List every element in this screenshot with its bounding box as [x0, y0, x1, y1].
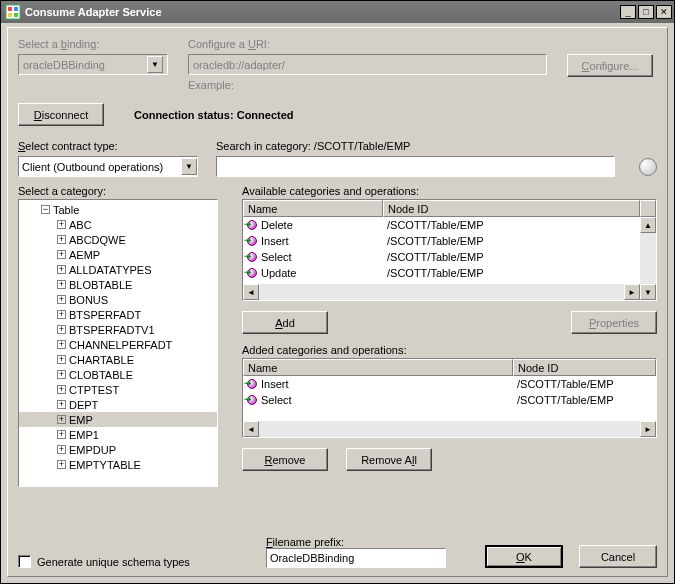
- svg-rect-4: [14, 13, 18, 17]
- binding-select: oracleDBBinding ▼: [18, 54, 168, 75]
- configure-button: Configure...: [567, 54, 653, 77]
- tree-node[interactable]: +BTSPERFADTV1: [19, 322, 217, 337]
- tree-node[interactable]: +DEPT: [19, 397, 217, 412]
- available-listview[interactable]: Name Node ID Delete/SCOTT/Table/EMP Inse…: [242, 199, 657, 301]
- select-category-label: Select a category:: [18, 185, 218, 197]
- chevron-down-icon[interactable]: ▼: [181, 158, 197, 175]
- titlebar: Consume Adapter Service _ □ ✕: [1, 1, 674, 23]
- expand-icon[interactable]: +: [57, 235, 66, 244]
- added-listview[interactable]: Name Node ID Insert/SCOTT/Table/EMP Sele…: [242, 358, 657, 438]
- collapse-icon[interactable]: −: [41, 205, 50, 214]
- column-header-spacer: [640, 200, 656, 217]
- search-go-button[interactable]: [639, 158, 657, 176]
- close-button[interactable]: ✕: [656, 5, 672, 19]
- tree-node[interactable]: +ABC: [19, 217, 217, 232]
- maximize-button[interactable]: □: [638, 5, 654, 19]
- expand-icon[interactable]: +: [57, 220, 66, 229]
- expand-icon[interactable]: +: [57, 340, 66, 349]
- expand-icon[interactable]: +: [57, 460, 66, 469]
- available-ops-label: Available categories and operations:: [242, 185, 657, 197]
- scroll-right-icon[interactable]: ►: [640, 421, 656, 437]
- list-item[interactable]: Delete/SCOTT/Table/EMP: [243, 217, 656, 233]
- tree-node[interactable]: +CHANNELPERFADT: [19, 337, 217, 352]
- column-header-nodeid[interactable]: Node ID: [383, 200, 640, 217]
- tree-node[interactable]: +ALLDATATYPES: [19, 262, 217, 277]
- tree-node-root[interactable]: − Table: [19, 202, 217, 217]
- expand-icon[interactable]: +: [57, 385, 66, 394]
- select-contract-label: Select contract type:: [18, 140, 198, 152]
- contract-select[interactable]: Client (Outbound operations) ▼: [18, 156, 198, 177]
- splitter[interactable]: [228, 185, 232, 487]
- operation-icon: [247, 379, 257, 389]
- tree-node[interactable]: +BTSPERFADT: [19, 307, 217, 322]
- search-in-category-label: Search in category: /SCOTT/Table/EMP: [216, 140, 410, 152]
- scroll-left-icon[interactable]: ◄: [243, 284, 259, 300]
- filename-prefix-input[interactable]: OracleDBBinding: [266, 548, 446, 568]
- expand-icon[interactable]: +: [57, 430, 66, 439]
- configure-uri-label: Configure a URI:: [188, 38, 547, 50]
- remove-all-button[interactable]: Remove All: [346, 448, 432, 471]
- search-input[interactable]: [216, 156, 615, 177]
- uri-input: oracledb://adapter/: [188, 54, 547, 75]
- scroll-right-icon[interactable]: ►: [624, 284, 640, 300]
- tree-node[interactable]: +EMPTYTABLE: [19, 457, 217, 472]
- expand-icon[interactable]: +: [57, 370, 66, 379]
- app-icon: [5, 4, 21, 20]
- expand-icon[interactable]: +: [57, 400, 66, 409]
- category-tree[interactable]: − Table +ABC +ABCDQWE +AEMP +ALLDATATYPE…: [18, 199, 218, 487]
- tree-node[interactable]: +BLOBTABLE: [19, 277, 217, 292]
- expand-icon[interactable]: +: [57, 325, 66, 334]
- scroll-up-icon[interactable]: ▲: [640, 217, 656, 233]
- example-label: Example:: [188, 79, 547, 91]
- scrollbar-horizontal[interactable]: ◄►: [243, 284, 640, 300]
- column-header-nodeid[interactable]: Node ID: [513, 359, 656, 376]
- generate-unique-checkbox[interactable]: [18, 555, 31, 568]
- scrollbar-vertical[interactable]: ▲▼: [640, 217, 656, 300]
- column-header-name[interactable]: Name: [243, 359, 513, 376]
- expand-icon[interactable]: +: [57, 280, 66, 289]
- expand-icon[interactable]: +: [57, 355, 66, 364]
- expand-icon[interactable]: +: [57, 445, 66, 454]
- minimize-button[interactable]: _: [620, 5, 636, 19]
- tree-node[interactable]: +EMP1: [19, 427, 217, 442]
- operation-icon: [247, 395, 257, 405]
- expand-icon[interactable]: +: [57, 310, 66, 319]
- binding-value: oracleDBBinding: [23, 59, 105, 71]
- expand-icon[interactable]: +: [57, 250, 66, 259]
- properties-button: Properties: [571, 311, 657, 334]
- dialog-content: Select a binding: oracleDBBinding ▼ Conf…: [7, 27, 668, 577]
- operation-icon: [247, 220, 257, 230]
- operation-icon: [247, 236, 257, 246]
- tree-node[interactable]: +AEMP: [19, 247, 217, 262]
- expand-icon[interactable]: +: [57, 295, 66, 304]
- list-item[interactable]: Insert/SCOTT/Table/EMP: [243, 376, 656, 392]
- remove-button[interactable]: Remove: [242, 448, 328, 471]
- chevron-down-icon: ▼: [147, 56, 163, 73]
- cancel-button[interactable]: Cancel: [579, 545, 657, 568]
- tree-node[interactable]: +CTPTEST: [19, 382, 217, 397]
- scroll-left-icon[interactable]: ◄: [243, 421, 259, 437]
- list-item[interactable]: Select/SCOTT/Table/EMP: [243, 392, 656, 408]
- expand-icon[interactable]: +: [57, 415, 66, 424]
- list-item[interactable]: Select/SCOTT/Table/EMP: [243, 249, 656, 265]
- expand-icon[interactable]: +: [57, 265, 66, 274]
- scrollbar-horizontal[interactable]: ◄►: [243, 421, 656, 437]
- dialog-window: Consume Adapter Service _ □ ✕ Select a b…: [0, 0, 675, 584]
- filename-prefix-label: Filename prefix:: [266, 536, 344, 548]
- svg-rect-3: [8, 13, 12, 17]
- tree-node[interactable]: +BONUS: [19, 292, 217, 307]
- list-item[interactable]: Update/SCOTT/Table/EMP: [243, 265, 656, 281]
- tree-node[interactable]: +CHARTABLE: [19, 352, 217, 367]
- column-header-name[interactable]: Name: [243, 200, 383, 217]
- tree-node-selected[interactable]: +EMP: [19, 412, 217, 427]
- add-button[interactable]: Add: [242, 311, 328, 334]
- tree-node[interactable]: +CLOBTABLE: [19, 367, 217, 382]
- tree-node[interactable]: +ABCDQWE: [19, 232, 217, 247]
- list-item[interactable]: Insert/SCOTT/Table/EMP: [243, 233, 656, 249]
- tree-node[interactable]: +EMPDUP: [19, 442, 217, 457]
- scroll-down-icon[interactable]: ▼: [640, 284, 656, 300]
- titlebar-title: Consume Adapter Service: [25, 6, 618, 18]
- ok-button[interactable]: OK: [485, 545, 563, 568]
- added-ops-label: Added categories and operations:: [242, 344, 657, 356]
- disconnect-button[interactable]: Disconnect: [18, 103, 104, 126]
